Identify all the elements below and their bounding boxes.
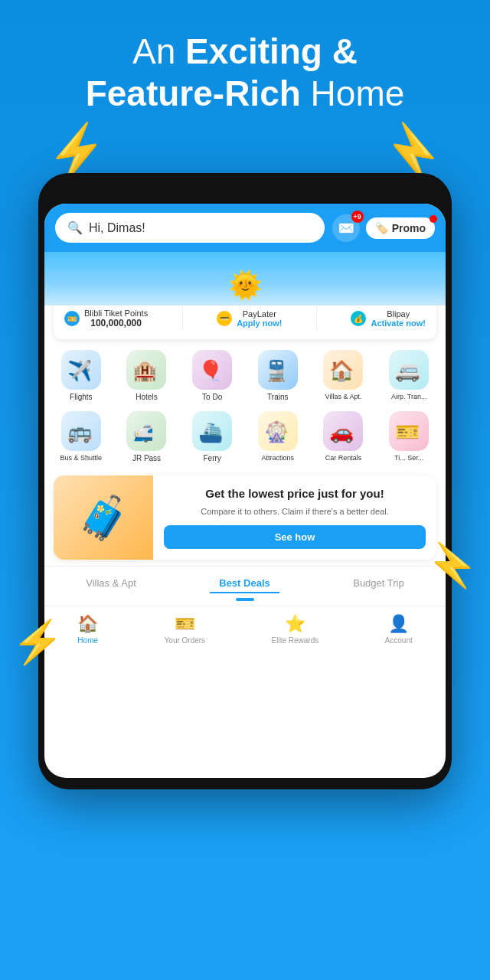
svg-text:🚐: 🚐 (395, 358, 420, 383)
nav-orders[interactable]: 🎫 Your Orders (165, 614, 206, 645)
paylater-icon: 💳 (217, 311, 232, 326)
attractions-label: Attractions (262, 454, 295, 462)
divider-2 (316, 307, 317, 330)
promo-desc: Compare it to others. Claim if there's a… (164, 506, 426, 518)
service-villas[interactable]: 🏠 Villas & Apt. (313, 350, 374, 402)
airport-label: Airp. Tran... (391, 393, 427, 401)
orders-icon: 🎫 (175, 614, 195, 634)
nav-home[interactable]: 🏠 Home (77, 614, 98, 645)
promo-dot (430, 215, 437, 223)
svg-text:🎡: 🎡 (264, 420, 289, 444)
account-icon: 👤 (388, 614, 409, 634)
svg-text:🚗: 🚗 (329, 420, 354, 444)
blipay-action[interactable]: Activate now! (371, 318, 426, 328)
blipay-icon: 💰 (351, 311, 366, 326)
section-tabs: Villas & Apt Best Deals Budget Trip (44, 566, 446, 598)
svg-text:🏠: 🏠 (329, 358, 354, 383)
svg-text:🎈: 🎈 (198, 358, 224, 383)
service-airport[interactable]: 🚐 Airp. Tran... (378, 350, 439, 402)
hero-title: An Exciting & Feature-Rich Home (23, 31, 467, 115)
search-bar[interactable]: 🔍 Hi, Dimas! (55, 213, 325, 243)
tiket-icon: 🎫 (64, 311, 80, 326)
nav-rewards[interactable]: ⭐ Elite Rewards (272, 614, 319, 645)
jrpass-label: JR Pass (132, 454, 161, 463)
service-todo[interactable]: 🎈 To Do (181, 350, 243, 402)
header-icons: ✉️ +9 🏷️ Promo (332, 214, 435, 242)
lightning-side-right: ⚡ (426, 541, 479, 590)
car-label: Car Rentals (325, 454, 362, 462)
nav-orders-label: Your Orders (165, 636, 206, 645)
promo-title: Get the lowest price just for you! (164, 486, 426, 501)
service-other[interactable]: 🎫 Ti... Ser... (378, 411, 439, 463)
rewards-icon: ⭐ (285, 614, 305, 634)
service-jrpass[interactable]: 🚅 JR Pass (116, 411, 178, 463)
mail-badge[interactable]: ✉️ +9 (332, 214, 360, 242)
blipay-item[interactable]: 💰 Blipay Activate now! (351, 309, 426, 328)
service-grid-row1: ✈️ Flights 🏨 Hotels 🎈 To (44, 339, 446, 408)
divider-1 (182, 307, 183, 330)
app-header: 🔍 Hi, Dimas! ✉️ +9 🏷️ Promo (44, 204, 446, 252)
home-icon: 🏠 (77, 614, 98, 634)
bus-icon: 🚌 (61, 411, 101, 451)
phone-notch (222, 185, 268, 200)
promo-button[interactable]: 🏷️ Promo (366, 217, 435, 239)
service-ferry[interactable]: ⛴️ Ferry (181, 411, 243, 463)
other-label: Ti... Ser... (394, 454, 423, 462)
svg-text:🚆: 🚆 (264, 358, 289, 383)
hero-section: An Exciting & Feature-Rich Home ⚡ ⚡ 🔍 Hi… (0, 0, 490, 835)
service-attractions[interactable]: 🎡 Attractions (247, 411, 309, 463)
tab-best-deals[interactable]: Best Deals (210, 574, 279, 593)
svg-text:🚅: 🚅 (132, 423, 154, 443)
promo-icon: 🏷️ (375, 222, 388, 234)
nav-account[interactable]: 👤 Account (385, 614, 413, 645)
phone-wrapper: ⚡ ⚡ 🔍 Hi, Dimas! ✉️ +9 (23, 122, 467, 820)
svg-text:🏨: 🏨 (132, 358, 158, 383)
tiket-value: 100,000,000 (84, 318, 148, 328)
promo-content: Get the lowest price just for you! Compa… (153, 477, 436, 558)
ferry-icon: ⛴️ (192, 411, 232, 451)
airport-icon: 🚐 (389, 350, 429, 390)
service-bus[interactable]: 🚌 Bus & Shuttle (51, 411, 112, 463)
see-how-button[interactable]: See how (164, 525, 426, 549)
service-trains[interactable]: 🚆 Trains (247, 350, 309, 402)
sun-icon: 🌞 (228, 270, 263, 301)
tiket-label: Blibli Tiket Points (84, 309, 148, 318)
service-hotels[interactable]: 🏨 Hotels (116, 350, 178, 402)
flights-icon: ✈️ (61, 350, 101, 390)
svg-text:✈️: ✈️ (67, 358, 93, 383)
flights-label: Flights (70, 393, 92, 402)
nav-account-label: Account (385, 636, 413, 645)
jrpass-icon: 🚅 (126, 411, 166, 451)
app-sky: 🌞 (44, 252, 446, 305)
todo-icon: 🎈 (192, 350, 232, 390)
bus-label: Bus & Shuttle (60, 454, 103, 462)
tab-indicator (236, 598, 254, 601)
villas-icon: 🏠 (323, 350, 363, 390)
other-icon: 🎫 (389, 411, 429, 451)
service-flights[interactable]: ✈️ Flights (51, 350, 112, 402)
phone-frame: 🔍 Hi, Dimas! ✉️ +9 🏷️ Promo (38, 173, 452, 789)
trains-icon: 🚆 (258, 350, 298, 390)
service-grid-row2: 🚌 Bus & Shuttle 🚅 JR Pass ⛴️ (44, 408, 446, 469)
promo-label: Promo (392, 222, 426, 234)
paylater-item[interactable]: 💳 PayLater Apply now! (217, 309, 282, 328)
ferry-label: Ferry (203, 454, 220, 463)
tiket-info: Blibli Tiket Points 100,000,000 (84, 309, 148, 328)
paylater-action[interactable]: Apply now! (237, 318, 282, 328)
todo-label: To Do (202, 393, 222, 402)
svg-text:⛴️: ⛴️ (198, 420, 224, 444)
nav-home-label: Home (77, 636, 98, 645)
villas-label: Villas & Apt. (325, 393, 362, 401)
search-greeting: Hi, Dimas! (89, 221, 145, 235)
svg-text:🎫: 🎫 (395, 420, 420, 444)
car-icon: 🚗 (323, 411, 363, 451)
mail-count: +9 (351, 211, 364, 223)
blipay-label: Blipay (371, 309, 426, 318)
phone-screen: 🔍 Hi, Dimas! ✉️ +9 🏷️ Promo (44, 204, 446, 778)
tab-villas[interactable]: Villas & Apt (77, 574, 145, 593)
nav-rewards-label: Elite Rewards (272, 636, 319, 645)
hotels-icon: 🏨 (126, 350, 166, 390)
tab-budget-trip[interactable]: Budget Trip (344, 574, 413, 593)
service-car[interactable]: 🚗 Car Rentals (313, 411, 374, 463)
paylater-info: PayLater Apply now! (237, 309, 282, 328)
